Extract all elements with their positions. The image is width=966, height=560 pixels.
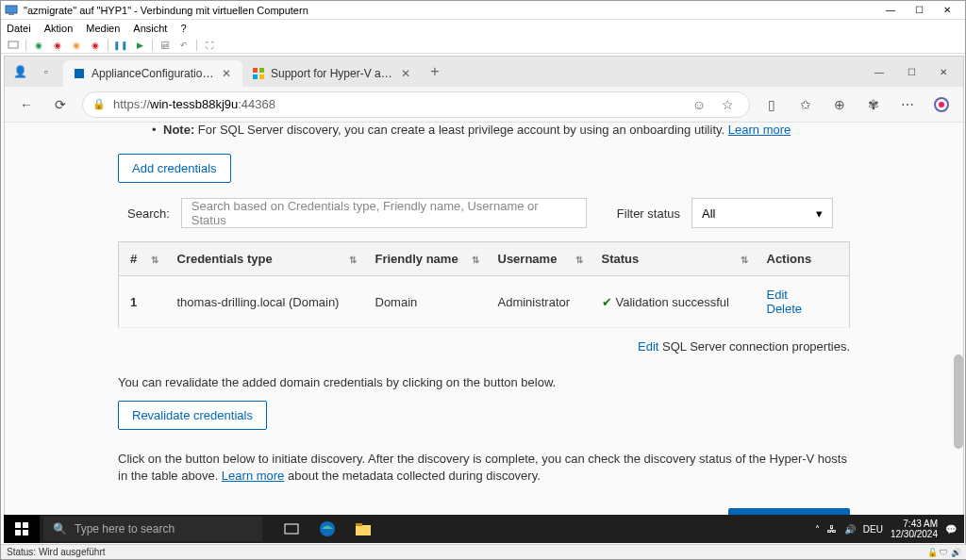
cell-type: thomas-drilling.local (Domain) bbox=[166, 276, 364, 328]
network-icon[interactable]: 🖧 bbox=[827, 524, 837, 535]
lock-icon: 🔒 bbox=[92, 98, 106, 110]
revalidate-text: You can revalidate the added domain cred… bbox=[118, 374, 850, 391]
checkpoint-icon[interactable]: 🗟 bbox=[158, 39, 172, 52]
learn-more-link[interactable]: Learn more bbox=[728, 123, 791, 137]
svg-rect-17 bbox=[356, 523, 362, 526]
sort-icon: ⇅ bbox=[349, 254, 357, 264]
task-view-icon[interactable] bbox=[274, 515, 309, 543]
search-input[interactable]: Search based on Credentials type, Friend… bbox=[181, 198, 587, 228]
edge-close-button[interactable]: ✕ bbox=[927, 58, 959, 85]
search-icon: 🔍 bbox=[53, 522, 67, 535]
search-label: Search: bbox=[127, 206, 170, 221]
svg-rect-7 bbox=[259, 74, 264, 79]
separator bbox=[25, 40, 26, 51]
svg-rect-0 bbox=[6, 6, 17, 13]
vm-menu-view[interactable]: Ansicht bbox=[133, 23, 167, 34]
edit-sql-link[interactable]: Edit bbox=[638, 339, 658, 354]
vm-menu-help[interactable]: ? bbox=[180, 23, 186, 34]
revalidate-button[interactable]: Revalidate credentials bbox=[118, 401, 267, 430]
sort-icon: ⇅ bbox=[151, 254, 158, 264]
sort-icon: ⇅ bbox=[575, 254, 583, 264]
col-user-header[interactable]: Username⇅ bbox=[487, 242, 591, 276]
edge-minimize-button[interactable]: — bbox=[863, 58, 895, 85]
shutdown-icon[interactable]: ◉ bbox=[70, 39, 83, 52]
split-icon[interactable]: ▯ bbox=[759, 92, 784, 117]
enhanced-icon[interactable]: ⛶ bbox=[203, 39, 216, 52]
edge-taskbar-icon[interactable] bbox=[309, 515, 345, 543]
cell-actions: Edit Delete bbox=[756, 276, 850, 328]
svg-rect-16 bbox=[356, 525, 371, 535]
vm-menu-file[interactable]: Datei bbox=[7, 23, 31, 34]
tab-close-icon[interactable]: ✕ bbox=[399, 67, 412, 80]
url-scheme: https:// bbox=[113, 97, 150, 111]
cell-num: 1 bbox=[119, 276, 166, 328]
windows-icon bbox=[15, 522, 28, 535]
sort-icon: ⇅ bbox=[741, 254, 748, 264]
taskbar-search[interactable]: 🔍 Type here to search bbox=[43, 517, 262, 541]
edge-maximize-button[interactable]: ☐ bbox=[895, 58, 927, 85]
vm-close-button[interactable]: ✕ bbox=[933, 2, 961, 19]
save-icon[interactable]: ◉ bbox=[89, 39, 102, 52]
refresh-button[interactable]: ⟳ bbox=[48, 92, 73, 117]
tab-title-2[interactable]: Support for Hyper-V assessment bbox=[271, 67, 393, 80]
vm-minimize-button[interactable]: — bbox=[876, 2, 905, 19]
new-tab-button[interactable]: + bbox=[422, 58, 448, 85]
svg-rect-4 bbox=[253, 68, 258, 73]
col-actions-header: Actions bbox=[756, 242, 850, 276]
learn-more-discovery-link[interactable]: Learn more bbox=[222, 469, 284, 483]
workspaces-icon[interactable]: ▫ bbox=[35, 60, 58, 83]
tab-favicon-icon bbox=[252, 67, 265, 80]
col-num-header[interactable]: #⇅ bbox=[119, 242, 166, 276]
collections-icon[interactable]: ⊕ bbox=[827, 92, 852, 117]
credentials-table: #⇅ Credentials type⇅ Friendly name⇅ User… bbox=[118, 241, 850, 328]
svg-rect-13 bbox=[23, 530, 28, 535]
tray-chevron-icon[interactable]: ˄ bbox=[815, 524, 820, 535]
vm-window-title: "azmigrate" auf "HYP1" - Verbindung mit … bbox=[24, 5, 876, 16]
star-icon[interactable]: ☆ bbox=[715, 92, 740, 117]
notifications-icon[interactable]: 💬 bbox=[945, 524, 957, 535]
copilot-icon[interactable] bbox=[929, 92, 954, 117]
address-bar[interactable]: 🔒 https://win-tessb88kj9u:44368 ☺ ☆ bbox=[82, 91, 750, 118]
col-type-header[interactable]: Credentials type⇅ bbox=[166, 242, 364, 276]
turnoff-icon[interactable]: ◉ bbox=[51, 39, 64, 52]
edit-link[interactable]: Edit bbox=[767, 288, 788, 302]
explorer-taskbar-icon[interactable] bbox=[345, 515, 381, 543]
reset-icon[interactable]: ▶ bbox=[133, 39, 146, 52]
pause-icon[interactable]: ❚❚ bbox=[114, 39, 127, 52]
svg-rect-2 bbox=[8, 41, 18, 48]
cell-status: ✔Validation successful bbox=[591, 276, 756, 328]
svg-point-9 bbox=[939, 102, 944, 107]
favorites-icon[interactable]: ✩ bbox=[793, 92, 818, 117]
scrollbar-thumb[interactable] bbox=[954, 354, 963, 449]
back-button[interactable]: ← bbox=[14, 92, 39, 117]
ctrl-alt-del-icon[interactable] bbox=[7, 39, 20, 52]
delete-link[interactable]: Delete bbox=[767, 302, 803, 316]
col-friendly-header[interactable]: Friendly name⇅ bbox=[364, 242, 487, 276]
reader-icon[interactable]: ☺ bbox=[687, 92, 711, 117]
extensions-icon[interactable]: ✾ bbox=[861, 92, 886, 117]
chevron-down-icon: ▾ bbox=[816, 206, 823, 221]
tab-title-1[interactable]: ApplianceConfigurationManager bbox=[92, 67, 214, 80]
vm-status-icons: 🔓 🛡 🔊 bbox=[927, 548, 961, 557]
volume-icon[interactable]: 🔊 bbox=[844, 524, 856, 535]
start-icon[interactable]: ◉ bbox=[32, 39, 45, 52]
start-button[interactable] bbox=[4, 515, 40, 543]
language-indicator[interactable]: DEU bbox=[863, 524, 883, 535]
tab-close-icon[interactable]: ✕ bbox=[220, 67, 233, 80]
profile-icon[interactable]: 👤 bbox=[8, 60, 31, 83]
more-icon[interactable]: ⋯ bbox=[895, 92, 920, 117]
vm-menu-media[interactable]: Medien bbox=[86, 23, 120, 34]
cell-friendly: Domain bbox=[364, 276, 487, 328]
url-port: :44368 bbox=[238, 97, 275, 111]
filter-status-select[interactable]: All ▾ bbox=[691, 198, 833, 228]
vm-maximize-button[interactable]: ☐ bbox=[905, 2, 933, 19]
add-credentials-button[interactable]: Add credentials bbox=[118, 154, 231, 183]
vm-menu-action[interactable]: Aktion bbox=[44, 23, 74, 34]
clock[interactable]: 7:43 AM 12/30/2024 bbox=[891, 519, 938, 539]
svg-rect-1 bbox=[8, 13, 14, 15]
cell-user: Administrator bbox=[487, 276, 591, 328]
col-status-header[interactable]: Status⇅ bbox=[591, 242, 756, 276]
revert-icon[interactable]: ↶ bbox=[177, 39, 191, 52]
check-icon: ✔ bbox=[602, 295, 612, 309]
svg-rect-3 bbox=[75, 69, 84, 78]
